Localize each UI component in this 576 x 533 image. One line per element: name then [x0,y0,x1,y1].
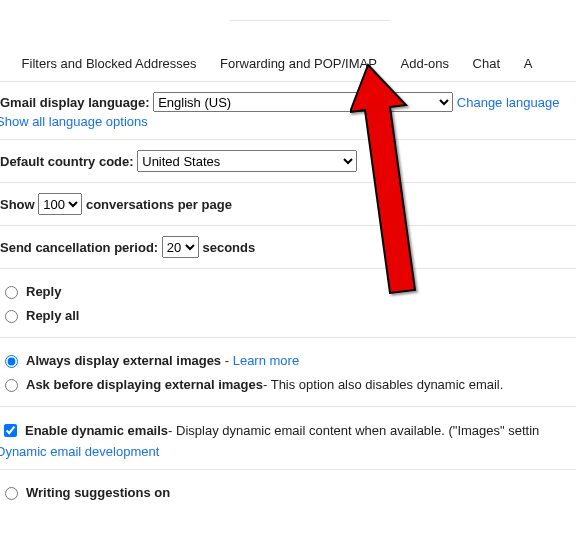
ask-images-desc: - This option also disables dynamic emai… [263,377,503,392]
dynamic-desc: - Display dynamic email content when ava… [168,423,539,438]
seconds-label: seconds [202,240,255,255]
conversations-label: conversations per page [86,197,232,212]
tab-filters[interactable]: Filters and Blocked Addresses [22,56,197,71]
settings-tabs: rt Filters and Blocked Addresses Forward… [0,56,576,82]
show-label: Show [0,197,35,212]
reply-label: Reply [26,284,61,299]
ask-images-label: Ask before displaying external images [26,377,263,392]
cancel-select[interactable]: 20 [162,236,199,258]
reply-all-radio[interactable] [5,310,18,323]
pagesize-section: Show 100 conversations per page [0,183,576,226]
reply-radio[interactable] [5,286,18,299]
country-select[interactable]: United States [137,150,357,172]
writing-on-label: Writing suggestions on [26,485,170,500]
reply-section: Reply Reply all [0,269,576,338]
dynamic-label: Enable dynamic emails [25,423,168,438]
cancel-section: Send cancellation period: 20 seconds [0,226,576,269]
ask-images-radio[interactable] [5,379,18,392]
writing-section: Writing suggestions on [0,470,576,514]
language-select[interactable]: English (US) [153,92,453,112]
dynamic-checkbox[interactable] [4,424,17,437]
change-language-link[interactable]: Change language [457,95,560,110]
tab-partial-right[interactable]: A [524,56,533,71]
tab-chat[interactable]: Chat [473,56,500,71]
cancel-label: Send cancellation period: [0,240,158,255]
tab-forwarding[interactable]: Forwarding and POP/IMAP [220,56,377,71]
country-section: Default country code: United States [0,140,576,183]
show-all-languages-link[interactable]: Show all language options [0,114,148,129]
always-images-radio[interactable] [5,355,18,368]
language-label: Gmail display language: [0,95,150,110]
dynamic-dev-link[interactable]: Dynamic email development [0,444,159,459]
country-label: Default country code: [0,154,134,169]
tab-addons[interactable]: Add-ons [401,56,449,71]
dynamic-section: Enable dynamic emails - Display dynamic … [0,407,576,470]
reply-all-label: Reply all [26,308,79,323]
pagesize-select[interactable]: 100 [38,193,82,215]
language-section: Gmail display language: English (US) Cha… [0,82,576,140]
learn-more-link[interactable]: Learn more [233,353,299,368]
writing-on-radio[interactable] [5,487,18,500]
images-section: Always display external images - Learn m… [0,338,576,407]
always-images-label: Always display external images [26,353,221,368]
